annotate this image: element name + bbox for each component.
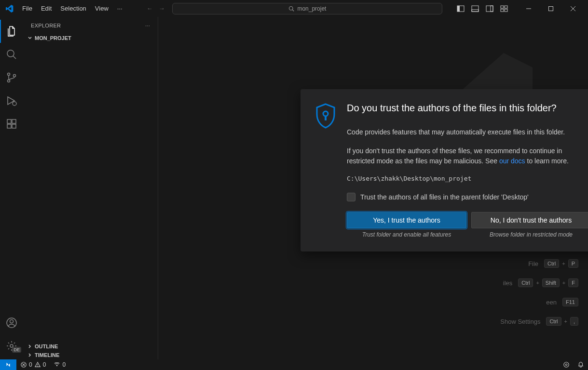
svg-rect-22 [7,119,11,123]
activity-search[interactable] [0,43,23,66]
timeline-section[interactable]: TIMELINE [23,351,158,359]
svg-rect-11 [505,9,507,12]
command-center[interactable]: mon_projet [172,3,442,14]
window-close[interactable] [562,0,584,17]
layout-customize-icon[interactable] [500,5,508,13]
menu-selection[interactable]: Selection [56,3,90,14]
svg-point-21 [13,102,16,106]
error-count: 0 [29,361,32,368]
activity-extensions[interactable] [0,112,23,135]
editor-area: Show All Commands nds Ctrl + Shift + P F… [158,17,588,359]
chevron-down-icon [27,35,33,41]
outline-section[interactable]: OUTLINE [23,342,158,351]
svg-rect-25 [12,119,16,123]
warning-count: 0 [43,361,46,368]
extensions-icon [6,118,17,130]
svg-point-29 [323,111,328,116]
status-bar: 0 0 0 [0,359,588,370]
language-badge: DE [12,347,21,353]
menu-file[interactable]: File [18,3,36,14]
remote-indicator[interactable] [0,359,16,370]
activity-accounts[interactable] [0,311,23,334]
svg-point-16 [7,50,14,57]
bell-icon [577,361,584,368]
svg-rect-6 [486,6,493,12]
svg-point-18 [8,73,10,76]
trust-parent-checkbox[interactable] [347,193,356,201]
branch-icon [6,72,17,83]
docs-link[interactable]: our docs [499,157,525,165]
play-icon [6,95,17,106]
svg-rect-9 [505,6,507,8]
shield-icon [314,103,337,130]
svg-point-38 [565,364,567,366]
svg-point-0 [289,6,293,10]
svg-rect-4 [472,6,479,12]
svg-point-19 [8,80,10,82]
chevron-right-icon [27,344,33,349]
sidebar-title: EXPLORER [31,23,61,28]
status-problems[interactable]: 0 0 [16,361,50,368]
status-ports[interactable]: 0 [50,361,69,368]
menu-overflow[interactable]: ··· [113,3,126,14]
timeline-label: TIMELINE [35,352,59,358]
status-feedback[interactable] [559,361,574,368]
menu-view[interactable]: View [91,3,112,14]
svg-rect-30 [325,116,327,120]
nav-forward-icon[interactable]: → [159,5,165,12]
broadcast-icon [563,361,570,368]
sidebar-more-icon[interactable]: ··· [145,23,150,28]
titlebar: File Edit Selection View ··· ← → mon_pro… [0,0,588,17]
layout-panel-icon[interactable] [471,5,479,13]
trust-yes-button[interactable]: Yes, I trust the authors [347,212,466,228]
svg-rect-8 [501,6,504,8]
svg-point-37 [564,362,569,368]
svg-line-1 [293,10,294,11]
radio-icon [54,361,60,368]
sidebar: EXPLORER ··· MON_PROJET OUTLINE TIMELINE [23,17,158,359]
trust-no-subtitle: Browse folder in restricted mode [471,231,588,238]
activity-manage[interactable]: DE [0,334,23,357]
activity-debug[interactable] [0,89,23,112]
svg-rect-10 [501,9,504,12]
activity-scm[interactable] [0,66,23,89]
activity-bar: DE [0,17,23,359]
remote-icon [5,361,12,368]
outline-label: OUTLINE [35,344,58,349]
folder-name: MON_PROJET [35,35,71,41]
svg-rect-23 [7,124,11,128]
svg-rect-24 [12,124,16,128]
command-center-text: mon_projet [297,5,326,12]
trust-yes-subtitle: Trust folder and enable all features [347,231,466,238]
nav-back-icon[interactable]: ← [147,5,153,12]
search-icon [288,6,294,12]
svg-line-17 [13,56,16,59]
svg-rect-5 [472,10,479,12]
svg-point-35 [37,366,38,366]
warning-icon [34,361,41,368]
svg-rect-7 [491,6,493,12]
dialog-text-1: Code provides features that may automati… [347,127,588,137]
search-icon [6,49,17,60]
trust-no-button[interactable]: No, I don't trust the authors [471,212,588,228]
checkbox-label: Trust the authors of all files in the pa… [360,193,529,201]
dialog-text-2: If you don't trust the authors of these … [347,146,588,166]
menu-edit[interactable]: Edit [37,3,55,14]
svg-point-27 [10,320,14,323]
status-notifications[interactable] [574,361,588,368]
sidebar-header: EXPLORER ··· [23,17,158,34]
layout-secondary-icon[interactable] [486,5,493,13]
vscode-logo-icon [6,5,14,13]
activity-explorer[interactable] [0,20,23,43]
svg-rect-3 [457,6,460,12]
trust-dialog: Do you trust the authors of the files in… [301,89,588,251]
window-minimize[interactable] [518,0,540,17]
window-maximize[interactable] [540,0,562,17]
error-icon [20,361,27,368]
chevron-right-icon [27,352,33,358]
folder-root[interactable]: MON_PROJET [23,34,158,42]
dialog-path: C:\Users\zhakk\Desktop\mon_projet [347,175,588,182]
port-count: 0 [62,361,66,368]
account-icon [6,317,17,329]
layout-primary-icon[interactable] [457,5,465,13]
